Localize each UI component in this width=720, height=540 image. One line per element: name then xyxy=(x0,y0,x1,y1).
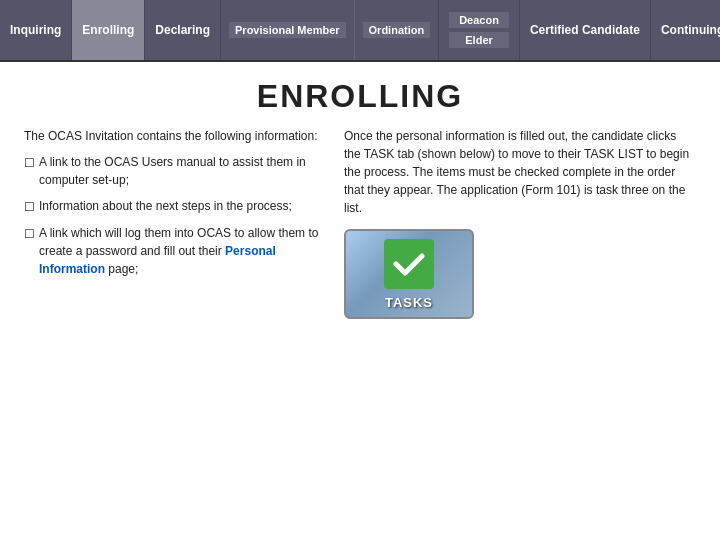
nav-bar: Inquiring Enrolling Declaring Provisiona… xyxy=(0,0,720,62)
page-title: ENROLLING xyxy=(0,78,720,115)
list-item-3-text: A link which will log them into OCAS to … xyxy=(39,224,324,278)
nav-prov-member-label: Provisional Member xyxy=(229,22,346,38)
nav-item-declaring[interactable]: Declaring xyxy=(145,0,221,60)
nav-continuing-label: Continuing Candidacy xyxy=(661,23,720,37)
checkbox-icon-1: ☐ xyxy=(24,154,35,172)
tasks-area: TASKS xyxy=(344,229,696,319)
intro-text: The OCAS Invitation contains the followi… xyxy=(24,127,324,145)
nav-item-enrolling[interactable]: Enrolling xyxy=(72,0,145,60)
tasks-check-icon xyxy=(384,239,434,289)
tasks-button[interactable]: TASKS xyxy=(344,229,474,319)
nav-certified-label: Certified Candidate xyxy=(530,23,640,37)
nav-elder-label[interactable]: Elder xyxy=(449,32,509,48)
nav-ordination-label: Ordination xyxy=(363,22,431,38)
nav-deacon-label[interactable]: Deacon xyxy=(449,12,509,28)
checkbox-icon-3: ☐ xyxy=(24,225,35,243)
nav-inquiring-label: Inquiring xyxy=(10,23,61,37)
nav-declaring-label: Declaring xyxy=(155,23,210,37)
nav-enrolling-label: Enrolling xyxy=(82,23,134,37)
list-item-2-text: Information about the next steps in the … xyxy=(39,197,292,215)
nav-prov-ord-group: Provisional Member Ordination xyxy=(221,0,439,60)
right-column: Once the personal information is filled … xyxy=(344,127,696,319)
nav-deacon-elder-group: Deacon Elder xyxy=(439,0,520,60)
nav-prov-member[interactable]: Provisional Member xyxy=(221,0,355,60)
nav-item-inquiring[interactable]: Inquiring xyxy=(0,0,72,60)
list-item-1-text: A link to the OCAS Users manual to assis… xyxy=(39,153,324,189)
checkbox-icon-2: ☐ xyxy=(24,198,35,216)
tasks-label: TASKS xyxy=(385,295,433,310)
nav-item-certified-candidate[interactable]: Certified Candidate xyxy=(520,0,651,60)
left-column: The OCAS Invitation contains the followi… xyxy=(24,127,324,319)
nav-ordination[interactable]: Ordination xyxy=(355,0,439,60)
right-text: Once the personal information is filled … xyxy=(344,127,696,217)
personal-info-link[interactable]: Personal Information xyxy=(39,244,276,276)
main-heading-area: ENROLLING xyxy=(0,62,720,127)
checkmark-svg xyxy=(391,246,427,282)
list-item-1: ☐ A link to the OCAS Users manual to ass… xyxy=(24,153,324,189)
list-item-3: ☐ A link which will log them into OCAS t… xyxy=(24,224,324,278)
list-item-2: ☐ Information about the next steps in th… xyxy=(24,197,324,216)
content-area: The OCAS Invitation contains the followi… xyxy=(0,127,720,319)
nav-item-continuing-candidacy[interactable]: Continuing Candidacy xyxy=(651,0,720,60)
